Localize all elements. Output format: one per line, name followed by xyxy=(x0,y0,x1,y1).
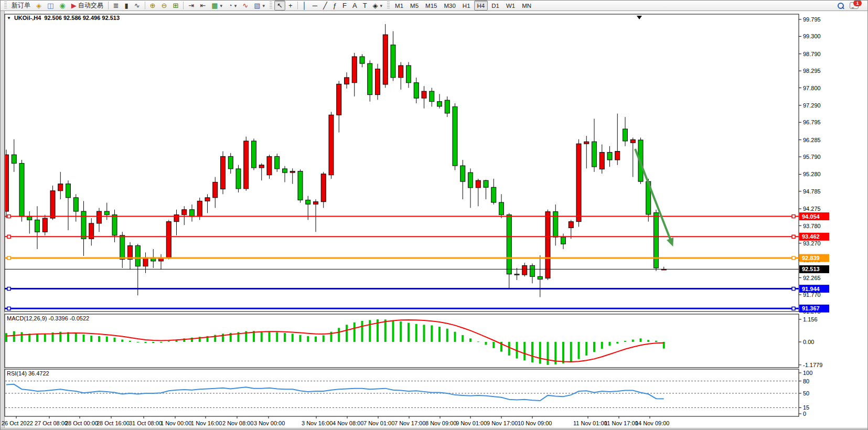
new-chart-icon[interactable]: ▦▾ xyxy=(209,1,225,10)
toolbar: 新订单◈◫◉▶自动交易≣▮∿⊕⊖⊞⇥⇤▦▾◔▾∿▧▾↖+│─╱ƒFAT◈▾M1M… xyxy=(1,1,868,11)
timeframe-H1-button[interactable]: H1 xyxy=(459,1,474,10)
timeframe-M1-button[interactable]: M1 xyxy=(392,1,406,10)
horizontal-line-icon[interactable]: ─ xyxy=(310,1,320,10)
chat-bubble-icon: 1 xyxy=(850,2,859,9)
fibonacci-icon[interactable]: ƒ xyxy=(330,1,339,10)
text-icon[interactable]: A xyxy=(350,1,360,10)
chart-symbol-period: UKOil-,H4 xyxy=(14,15,41,21)
chevron-down-icon[interactable]: ▾ xyxy=(234,3,237,8)
rsi-indicator-label: RSI(14) 36.4722 xyxy=(7,370,49,377)
search-icon xyxy=(838,3,844,9)
chevron-down-icon[interactable]: ▾ xyxy=(380,3,383,8)
search-button[interactable] xyxy=(835,1,846,10)
candlestick-chart-icon[interactable]: ▮ xyxy=(122,1,131,10)
collapse-arrow-icon[interactable]: ▼ xyxy=(7,16,11,20)
toolbar-separator xyxy=(183,2,184,9)
timeframe-H4-button[interactable]: H4 xyxy=(474,1,488,10)
vertical-line-icon[interactable]: │ xyxy=(300,1,309,10)
chart-title: ▼ UKOil-,H4 92.506 92.586 92.496 92.513 xyxy=(7,15,120,21)
toolbar-grip[interactable] xyxy=(270,2,272,9)
indicators-icon[interactable]: ∿ xyxy=(240,1,251,10)
timeframe-M5-button[interactable]: M5 xyxy=(407,1,422,10)
text-label-icon[interactable]: T xyxy=(360,1,370,10)
trading-terminal-window: 新订单◈◫◉▶自动交易≣▮∿⊕⊖⊞⇥⇤▦▾◔▾∿▧▾↖+│─╱ƒFAT◈▾M1M… xyxy=(0,0,868,430)
toolbar-separator xyxy=(108,2,109,9)
bar-chart-icon[interactable]: ≣ xyxy=(111,1,122,10)
auto-scroll-icon[interactable]: ⇥ xyxy=(186,1,197,10)
main-chart-canvas[interactable] xyxy=(5,14,799,311)
period-icon[interactable]: ◔▾ xyxy=(226,1,239,10)
cursor-icon[interactable]: ↖ xyxy=(274,1,285,10)
timeframe-D1-button[interactable]: D1 xyxy=(488,1,502,10)
trendline-icon[interactable]: ╱ xyxy=(320,1,330,10)
chart-ohlc-values: 92.506 92.586 92.496 92.513 xyxy=(44,15,120,21)
notification-badge: 1 xyxy=(853,0,862,6)
fibonacci-fan-icon[interactable]: F xyxy=(340,1,349,10)
templates-icon[interactable]: ▧▾ xyxy=(251,1,267,10)
crosshair-icon[interactable]: + xyxy=(286,1,295,10)
shapes-icon[interactable]: ◈▾ xyxy=(370,1,385,10)
macd-indicator-label: MACD(12,26,9) -0.3396 -0.0522 xyxy=(7,315,89,321)
auto-trading-button[interactable]: ▶自动交易 xyxy=(69,1,106,10)
timeframe-M15-button[interactable]: M15 xyxy=(422,1,440,10)
price-axis-scale[interactable] xyxy=(799,14,867,416)
timeframe-MN-button[interactable]: MN xyxy=(519,1,534,10)
time-axis-scale[interactable] xyxy=(5,416,799,428)
chart-shift-icon[interactable]: ⇤ xyxy=(197,1,208,10)
toolbar-separator xyxy=(297,2,298,9)
timeframe-M30-button[interactable]: M30 xyxy=(441,1,458,10)
macd-pane-canvas[interactable] xyxy=(5,314,799,368)
notifications-button[interactable]: 1 xyxy=(847,1,861,10)
tile-windows-icon[interactable]: ⊞ xyxy=(170,1,181,10)
rsi-pane-canvas[interactable] xyxy=(5,369,799,416)
timeframe-W1-button[interactable]: W1 xyxy=(503,1,518,10)
toolbar-grip[interactable] xyxy=(387,2,390,9)
new-order-button[interactable]: 新订单 xyxy=(9,1,33,10)
chevron-down-icon[interactable]: ▾ xyxy=(220,3,222,8)
zoom-in-icon[interactable]: ⊕ xyxy=(147,1,158,10)
signals-icon[interactable]: ◉ xyxy=(57,1,68,10)
zoom-out-icon[interactable]: ⊖ xyxy=(159,1,170,10)
toolbar-grip[interactable] xyxy=(4,2,7,9)
community-icon[interactable]: ◫ xyxy=(45,1,56,10)
chevron-down-icon[interactable]: ▾ xyxy=(263,3,265,8)
line-chart-icon[interactable]: ∿ xyxy=(132,1,143,10)
auto-trading-button-icon: ▶ xyxy=(71,2,77,9)
charts-gold-icon[interactable]: ◈ xyxy=(34,1,44,10)
toolbar-separator xyxy=(145,2,145,9)
